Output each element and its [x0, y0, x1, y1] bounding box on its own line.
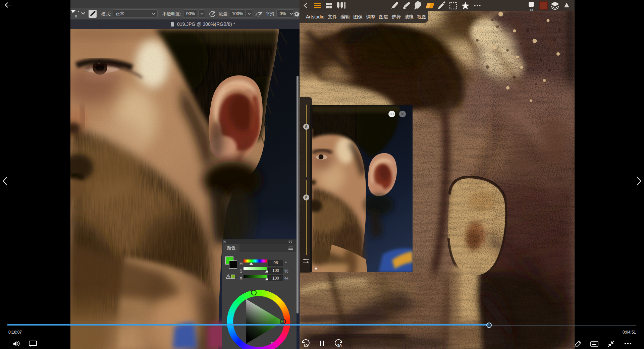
svg-text:8: 8 [75, 14, 77, 18]
svg-text:10: 10 [303, 344, 308, 348]
svg-text:F: F [305, 196, 307, 199]
svg-text:16: 16 [71, 9, 74, 12]
svg-text:30: 30 [337, 344, 342, 348]
svg-text:S: S [305, 125, 308, 129]
